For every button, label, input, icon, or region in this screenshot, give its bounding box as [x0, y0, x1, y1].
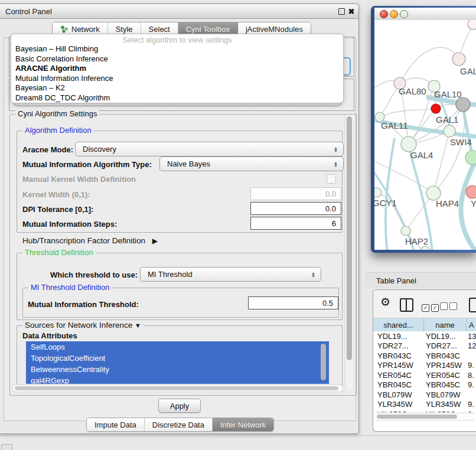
network-node[interactable] — [452, 53, 465, 66]
mi-type-combo[interactable]: Naive Bayes ▲▼ — [159, 156, 344, 171]
mac-minimize-icon[interactable] — [390, 10, 398, 18]
kernel-width-input[interactable]: 0.0 — [250, 187, 341, 200]
node-label: GAL11 — [381, 120, 408, 131]
table-panel-window: ⚙ ✓✓ shared... name A YDL19...YDL19...13… — [373, 289, 476, 432]
table-row[interactable]: YER054CYER054C8. — [373, 370, 476, 380]
table-row[interactable]: YBR045CYBR045C9. — [373, 380, 476, 390]
tab-discretize-data[interactable]: Discretize Data — [145, 418, 213, 431]
mi-steps-label: Mutual Information Steps: — [22, 220, 117, 229]
table-panel-titlebar: Table Panel — [365, 272, 476, 288]
mi-steps-input[interactable]: 6 — [250, 217, 341, 230]
apply-button-label: Apply — [170, 402, 190, 410]
table-row[interactable]: YBL079WYBL079W — [373, 390, 476, 400]
show-columns-icon[interactable]: ✓✓ — [422, 302, 439, 312]
group-title: Cyni Algorithm Settings — [15, 109, 99, 118]
network-node[interactable] — [456, 97, 470, 112]
list-item[interactable]: TopologicalCoefficient — [26, 353, 329, 364]
network-node[interactable] — [465, 151, 476, 165]
network-icon — [60, 25, 69, 33]
hub-definition-toggle[interactable]: Hub/Transcription Factor Definition ▶ — [22, 236, 158, 245]
tab-impute-data[interactable]: Impute Data — [87, 418, 145, 431]
threshold-definition-title: Threshold Definition — [22, 248, 96, 257]
data-attributes-label: Data Attributes — [22, 331, 77, 340]
dpi-tolerance-label: DPI Tolerance [0,1]: — [22, 205, 93, 214]
network-node[interactable] — [444, 125, 455, 137]
node-label: GCY1 — [374, 198, 397, 208]
settings-horizontal-scrollbar[interactable] — [12, 384, 343, 392]
aracne-mode-value: Discovery — [83, 145, 116, 154]
network-node[interactable] — [468, 20, 476, 30]
dropdown-item[interactable]: Basic Correlation Inference — [15, 54, 108, 63]
table-panel-title: Table Panel — [376, 276, 416, 285]
list-item[interactable]: BetweennessCentrality — [26, 364, 329, 375]
settings-vertical-scrollbar-thumb[interactable] — [347, 116, 352, 360]
column-header[interactable]: A — [467, 318, 476, 331]
close-icon[interactable]: ✖ — [347, 7, 356, 15]
mi-threshold-label: Mutual Information Threshold: — [28, 300, 139, 309]
network-window-titlebar[interactable] — [374, 8, 476, 20]
sources-title-toggle[interactable]: Sources for Network Inference ▼ — [22, 321, 144, 330]
settings-vertical-scrollbar[interactable] — [345, 115, 353, 390]
list-item[interactable]: SelfLoops — [26, 341, 329, 353]
export-table-icon[interactable] — [469, 298, 476, 312]
table-row[interactable]: YDL19...YDL19...13 — [373, 331, 476, 341]
manual-kernel-label: Manual Kernel Width Definition — [22, 175, 136, 184]
node-label: GAL10 — [434, 89, 462, 99]
node-label: GAL4 — [410, 150, 433, 160]
list-scrollbar-thumb[interactable] — [321, 344, 326, 380]
float-window-icon[interactable] — [337, 7, 345, 15]
dropdown-item-highlighted[interactable]: ARACNE Algorithm — [15, 64, 86, 73]
table-body: YDL19...YDL19...13 YDR27...YDR27...12 YB… — [373, 331, 476, 412]
network-node[interactable] — [420, 246, 430, 250]
gear-icon[interactable]: ⚙ — [380, 295, 390, 309]
combo-stepper-icon: ▲▼ — [334, 142, 338, 156]
mac-close-icon[interactable] — [380, 10, 388, 18]
data-attributes-list[interactable]: SelfLoops TopologicalCoefficient Between… — [26, 341, 329, 384]
node-label: GAL1 — [436, 115, 458, 125]
mac-zoom-icon[interactable] — [400, 10, 408, 18]
expanded-arrow-icon: ▼ — [135, 322, 141, 329]
list-item[interactable]: gal4RGexp — [26, 375, 329, 384]
network-graph[interactable]: GAL GAL80 GAL10 GAL1 SWI4 GAL11 GAL4 GCY… — [374, 20, 476, 250]
dropdown-item[interactable]: Bayesian – K2 — [15, 83, 65, 92]
dropdown-item[interactable]: Bayesian – Hill Climbing — [15, 44, 98, 53]
mi-steps-value: 6 — [332, 219, 336, 228]
table-row[interactable]: YBR043CYBR043C — [373, 351, 476, 361]
column-layout-icon[interactable] — [400, 298, 413, 312]
tab-infer-network[interactable]: Infer Network — [213, 418, 273, 431]
dpi-tolerance-value: 0.0 — [325, 204, 336, 213]
table-horizontal-scrollbar-thumb[interactable] — [377, 415, 457, 419]
mi-threshold-input[interactable]: 0.5 — [248, 296, 338, 309]
apply-button[interactable]: Apply — [158, 399, 201, 413]
which-threshold-combo[interactable]: MI Threshold ▲▼ — [140, 267, 321, 282]
mi-type-value: Naive Bayes — [167, 159, 210, 168]
table-row[interactable]: YLR345WYLR345W9. — [373, 400, 476, 410]
dropdown-item[interactable]: Dream8 DC_TDC Algorithm — [15, 93, 110, 102]
which-threshold-label: Which threshold to use: — [50, 270, 138, 279]
dropdown-item[interactable]: Mutual Information Inference — [15, 74, 113, 83]
table-header-row: shared... name A — [373, 318, 476, 332]
hide-columns-icon[interactable] — [440, 302, 457, 312]
table-horizontal-scrollbar[interactable] — [375, 413, 474, 420]
table-row[interactable]: YIL052CYIL052C9. — [373, 409, 476, 412]
network-node[interactable] — [466, 185, 476, 198]
node-label: Y — [471, 198, 476, 208]
minimized-panel-button[interactable] — [1, 444, 12, 450]
manual-kernel-checkbox[interactable] — [327, 174, 336, 184]
dpi-tolerance-input[interactable]: 0.0 — [250, 202, 341, 215]
column-header[interactable]: name — [424, 318, 467, 331]
combo-stepper-icon: ▲▼ — [311, 268, 315, 281]
network-node[interactable] — [374, 188, 382, 197]
network-node[interactable] — [401, 226, 410, 236]
algorithm-definition-title: Algorithm Definition — [22, 126, 94, 135]
table-toolbar: ⚙ ✓✓ — [373, 290, 476, 318]
sources-title: Sources for Network Inference — [25, 321, 132, 330]
aracne-mode-label: Aracne Mode: — [22, 145, 73, 154]
network-node-selected[interactable] — [431, 104, 441, 113]
table-row[interactable]: YPR145WYPR145W9. — [373, 361, 476, 371]
table-row[interactable]: YDR27...YDR27...12 — [373, 341, 476, 351]
column-header[interactable]: shared... — [373, 318, 424, 331]
aracne-mode-combo[interactable]: Discovery ▲▼ — [75, 142, 344, 156]
node-label: GAL — [460, 66, 476, 76]
settings-horizontal-scrollbar-thumb[interactable] — [15, 386, 338, 390]
